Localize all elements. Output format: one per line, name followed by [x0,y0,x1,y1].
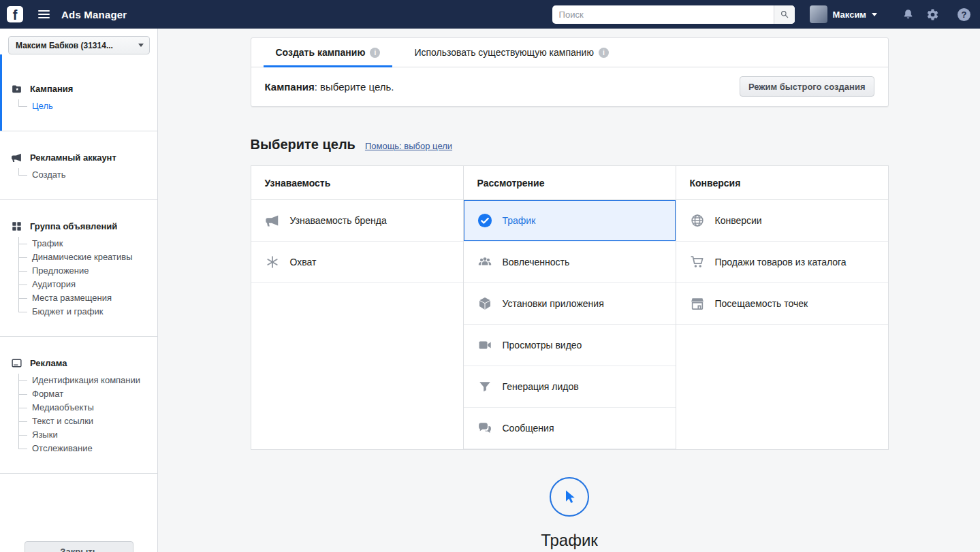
video-camera-icon [477,338,492,353]
objective-label: Вовлеченность [503,257,570,267]
objective-label: Просмотры видео [503,340,582,351]
objective-video-views[interactable]: Просмотры видео [464,325,676,366]
objective-label: Узнаваемость бренда [290,215,387,226]
objective-label: Генерация лидов [503,381,579,392]
sidebar-item-campaign[interactable]: Кампания [0,83,157,95]
sidebar-item-traffic[interactable]: Трафик [18,237,157,250]
column-header: Рассмотрение [464,166,676,200]
objective-reach[interactable]: Охват [251,242,463,283]
sidebar-item-tracking[interactable]: Отслеживание [18,442,157,455]
campaign-icon [11,83,22,95]
objective-traffic[interactable]: Трафик [464,200,676,242]
chat-bubbles-icon [477,421,492,436]
campaign-card: Создать кампанию i Использовать существу… [251,37,889,107]
sidebar-item-budget-schedule[interactable]: Бюджет и график [18,305,157,319]
info-icon[interactable]: i [370,48,380,58]
campaign-row: Кампания: выберите цель. Режим быстрого … [251,67,888,106]
selected-objective-preview: Трафик [159,477,980,550]
sidebar-section-ad-set: Группа объявлений Трафик Динамические кр… [0,200,157,337]
sidebar-item-audience[interactable]: Аудитория [18,278,157,291]
objective-messages[interactable]: Сообщения [464,408,676,449]
campaign-prompt-rest: : выберите цель. [315,81,394,93]
cart-icon [690,255,705,270]
sidebar-item-create[interactable]: Создать [18,168,157,182]
sidebar-item-identity[interactable]: Идентификация компании [18,374,157,387]
app-title: Ads Manager [61,9,127,20]
objective-column-awareness: Узнаваемость Узнаваемость бренда Охват [251,166,463,449]
check-circle-icon [477,213,492,228]
account-selector-label: Максим Бабков (31314... [16,41,113,50]
main-content: Создать кампанию i Использовать существу… [159,29,980,552]
sidebar-item-offer[interactable]: Предложение [18,264,157,278]
storefront-icon [690,296,705,311]
sidebar-item-format[interactable]: Формат [18,387,157,401]
tab-label: Использовать существующую кампанию [414,47,594,58]
sidebar-section-campaign: Кампания Цель [0,54,157,131]
sidebar-item-ad-account[interactable]: Рекламный аккаунт [0,152,157,163]
objective-catalog-sales[interactable]: Продажи товаров из каталога [676,242,888,283]
search-box [552,5,795,24]
ads-manager-app: f Ads Manager Максим ? Максим Бабков (31… [0,0,980,552]
objective-label: Продажи товаров из каталога [715,257,847,267]
campaign-prompt-bold: Кампания [265,81,315,93]
funnel-icon [477,379,492,394]
gear-icon[interactable] [926,8,939,21]
sidebar-section-label: Кампания [30,84,73,94]
tab-create-campaign[interactable]: Создать кампанию i [264,38,393,67]
search-button[interactable] [774,5,795,24]
objective-label: Трафик [503,215,536,226]
help-icon[interactable]: ? [958,8,970,21]
chevron-down-icon [872,13,877,16]
topbar: f Ads Manager Максим ? [0,0,980,29]
objective-store-traffic[interactable]: Посещаемость точек [676,283,888,325]
objective-conversions[interactable]: Конверсии [676,200,888,242]
help-link[interactable]: Помощь: выбор цели [365,141,452,151]
objective-lead-generation[interactable]: Генерация лидов [464,366,676,408]
objective-app-installs[interactable]: Установки приложения [464,283,676,325]
objective-label: Охват [290,257,317,267]
quick-creation-button[interactable]: Режим быстрого создания [740,76,874,97]
cursor-circle-icon [550,477,589,517]
column-header: Конверсия [676,166,888,200]
sidebar-item-media[interactable]: Медиаобъекты [18,401,157,415]
sidebar-item-languages[interactable]: Языки [18,428,157,442]
sidebar: Максим Бабков (31314... Кампания Цель Ре… [0,29,158,552]
objective-engagement[interactable]: Вовлеченность [464,242,676,283]
sidebar-section-ad-account: Рекламный аккаунт Создать [0,131,157,200]
menu-icon[interactable] [38,10,50,18]
people-icon [477,255,492,270]
account-selector[interactable]: Максим Бабков (31314... [8,36,150,54]
megaphone-icon [11,152,22,163]
search-input[interactable] [552,5,774,24]
campaign-prompt: Кампания: выберите цель. [265,81,394,93]
ad-frame-icon [11,357,22,369]
objective-label: Сообщения [503,423,554,434]
reach-icon [265,255,280,270]
objective-column-consideration: Рассмотрение Трафик Вовлеченность Устано… [463,166,676,449]
objective-brand-awareness[interactable]: Узнаваемость бренда [251,200,463,242]
chevron-down-icon [138,44,144,47]
cursor-icon [561,489,578,505]
objective-label: Посещаемость точек [715,298,808,309]
campaign-tabs: Создать кампанию i Использовать существу… [251,38,888,67]
selected-objective-title: Трафик [159,531,980,550]
sidebar-item-ad-set[interactable]: Группа объявлений [0,221,157,232]
sidebar-item-ad[interactable]: Реклама [0,357,157,369]
sidebar-item-placements[interactable]: Места размещения [18,291,157,305]
objective-label: Установки приложения [503,298,604,309]
user-menu[interactable]: Максим [810,5,877,23]
sidebar-section-label: Рекламный аккаунт [30,152,116,163]
tab-use-existing-campaign[interactable]: Использовать существующую кампанию i [402,38,621,67]
bell-icon[interactable] [902,8,915,21]
sidebar-item-text-links[interactable]: Текст и ссылки [18,415,157,428]
sidebar-item-objective[interactable]: Цель [18,99,157,113]
avatar [810,5,827,23]
sidebar-item-dynamic-creatives[interactable]: Динамические креативы [18,250,157,264]
ad-set-grid-icon [11,221,22,232]
facebook-logo-icon[interactable]: f [7,6,23,22]
objective-header: Выберите цель Помощь: выбор цели [251,137,889,152]
close-button[interactable]: Закрыть [25,541,133,552]
info-icon[interactable]: i [599,48,609,58]
magnifier-icon [780,10,789,19]
page-title: Выберите цель [251,137,355,152]
